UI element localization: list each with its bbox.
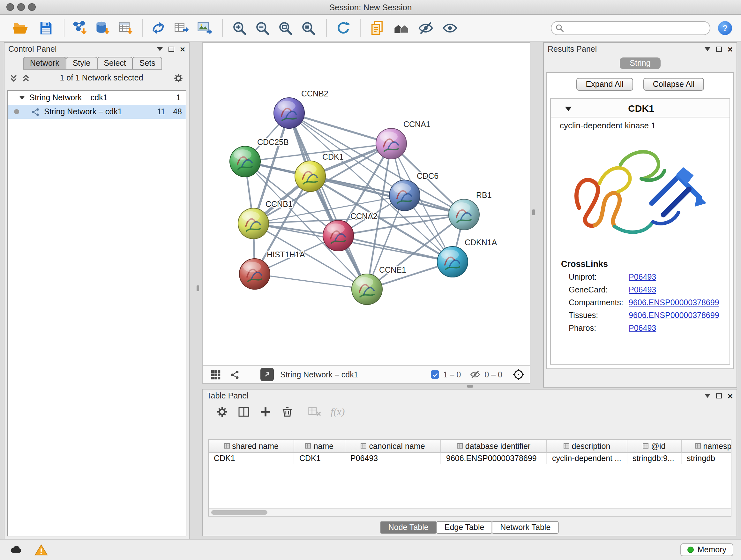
show-all-eye-icon[interactable]: [441, 19, 459, 37]
column-header-canonical-name[interactable]: canonical name: [345, 440, 441, 453]
table-settings-gear-icon[interactable]: [216, 406, 228, 418]
table-panel-menu-icon[interactable]: [704, 394, 711, 398]
cell-name[interactable]: CDK1: [294, 453, 345, 464]
gene-collapse-icon[interactable]: [565, 102, 572, 114]
string-home-icon[interactable]: [393, 19, 410, 37]
cell-database-identifier[interactable]: 9606.ENSP00000378699: [441, 453, 547, 464]
collection-collapse-icon[interactable]: [19, 96, 25, 100]
export-image-icon[interactable]: [195, 19, 213, 37]
table-row[interactable]: CDK1 CDK1 P06493 9606.ENSP00000378699 cy…: [209, 453, 731, 464]
cell-description[interactable]: cyclin-dependent ...: [547, 453, 627, 464]
network-collection-row[interactable]: String Network – cdk1 1: [8, 91, 186, 105]
network-node-ccna1[interactable]: CCNA1: [376, 120, 430, 159]
results-panel-close-icon[interactable]: ×: [728, 45, 733, 53]
cell-shared-name[interactable]: CDK1: [209, 453, 294, 464]
add-column-plus-icon[interactable]: [259, 406, 272, 418]
results-panel-menu-icon[interactable]: [704, 47, 711, 51]
warning-icon[interactable]: [35, 543, 48, 557]
column-header-id[interactable]: @id: [627, 440, 682, 453]
birdseye-target-icon[interactable]: [513, 368, 525, 381]
cell-canonical-name[interactable]: P06493: [345, 453, 441, 464]
apply-layout-icon[interactable]: [334, 19, 352, 37]
hidden-eye-slash-icon[interactable]: [470, 369, 481, 380]
network-node-hist1h1a[interactable]: HIST1H1A: [239, 250, 305, 289]
network-node-cdk1[interactable]: CDK1: [295, 152, 344, 192]
grid-view-icon[interactable]: [211, 369, 221, 380]
network-row-selected[interactable]: String Network – cdk1 11 48: [8, 105, 186, 119]
bottom-splitter-handle[interactable]: [467, 385, 473, 388]
crosslink-pharos-link[interactable]: P06493: [629, 324, 656, 333]
zoom-selected-icon[interactable]: [299, 19, 317, 37]
table-header-row: shared name name canonical name database…: [209, 440, 731, 453]
network-node-cdc6[interactable]: CDC6: [389, 172, 439, 211]
collapse-all-button[interactable]: Collapse All: [643, 78, 704, 91]
network-node-rb1[interactable]: RB1: [449, 191, 492, 230]
open-in-new-window-icon[interactable]: [260, 368, 274, 381]
results-panel-float-icon[interactable]: [716, 47, 722, 52]
table-panel: Table Panel × f(x) shared name name cano…: [202, 389, 737, 537]
tab-edge-table[interactable]: Edge Table: [436, 521, 493, 534]
crosslink-genecard-link[interactable]: P06493: [629, 286, 656, 294]
show-columns-icon[interactable]: [238, 406, 250, 418]
right-splitter-handle[interactable]: [532, 209, 535, 215]
crosslink-tissues-link[interactable]: 9606.ENSP00000378699: [629, 311, 719, 320]
export-network-icon[interactable]: [149, 19, 167, 37]
tab-network[interactable]: Network: [23, 57, 66, 70]
network-node-ccnb1[interactable]: CCNB1: [238, 199, 293, 239]
import-network-database-icon[interactable]: [94, 19, 112, 37]
cell-namespace[interactable]: stringdb: [682, 453, 731, 464]
table-panel-close-icon[interactable]: ×: [728, 392, 733, 400]
delete-column-trash-icon[interactable]: [281, 406, 293, 418]
expand-all-button[interactable]: Expand All: [576, 78, 633, 91]
horizontal-scrollbar[interactable]: [209, 508, 731, 516]
control-panel-float-icon[interactable]: [169, 47, 174, 52]
network-node-cdkn1a[interactable]: CDKN1A: [437, 238, 497, 277]
column-header-database-identifier[interactable]: database identifier: [441, 440, 547, 453]
memory-button[interactable]: Memory: [680, 543, 733, 556]
hide-selected-eye-slash-icon[interactable]: [417, 19, 434, 37]
expand-all-networks-icon[interactable]: [22, 74, 30, 82]
network-label: String Network – cdk1: [44, 107, 149, 116]
help-icon[interactable]: ?: [718, 21, 732, 35]
export-table-icon[interactable]: [172, 19, 190, 37]
tab-select[interactable]: Select: [97, 57, 133, 70]
column-header-description[interactable]: description: [547, 440, 627, 453]
crosslink-uniprot-link[interactable]: P06493: [629, 273, 656, 282]
search-input[interactable]: [551, 21, 711, 35]
scrollbar-thumb[interactable]: [211, 510, 267, 515]
column-header-name[interactable]: name: [294, 440, 345, 453]
cell-id[interactable]: stringdb:9...: [627, 453, 682, 464]
collapse-all-networks-icon[interactable]: [10, 74, 18, 82]
selection-checkbox-icon[interactable]: [431, 370, 440, 379]
network-node-ccne1[interactable]: CCNE1: [352, 265, 406, 305]
zoom-out-icon[interactable]: [253, 19, 271, 37]
tab-node-table[interactable]: Node Table: [380, 521, 437, 534]
control-panel-menu-icon[interactable]: [157, 47, 163, 51]
import-network-file-icon[interactable]: [71, 19, 89, 37]
cloud-icon[interactable]: [9, 543, 23, 557]
control-panel-close-icon[interactable]: ×: [180, 45, 185, 53]
column-header-namespace[interactable]: namespace: [682, 440, 731, 453]
save-session-icon[interactable]: [37, 19, 55, 37]
open-session-icon[interactable]: [11, 19, 29, 37]
delete-table-icon[interactable]: [308, 406, 322, 418]
zoom-fit-icon[interactable]: [276, 19, 294, 37]
network-selection-status: 1 of 1 Network selected: [30, 73, 173, 82]
tab-sets[interactable]: Sets: [132, 57, 162, 70]
network-share-view-icon[interactable]: [230, 369, 240, 380]
gene-card: CDK1 cyclin-dependent kinase 1: [550, 98, 730, 365]
string-tab-badge[interactable]: String: [619, 57, 661, 69]
tab-network-table[interactable]: Network Table: [492, 521, 559, 534]
copy-document-icon[interactable]: [368, 19, 386, 37]
table-panel-float-icon[interactable]: [716, 393, 722, 398]
collection-count: 1: [164, 93, 181, 102]
tab-style[interactable]: Style: [66, 57, 98, 70]
function-builder-icon[interactable]: f(x): [331, 406, 345, 418]
network-options-gear-icon[interactable]: [173, 72, 184, 83]
zoom-in-icon[interactable]: [230, 19, 248, 37]
column-header-shared-name[interactable]: shared name: [209, 440, 294, 453]
crosslink-compartments-link[interactable]: 9606.ENSP00000378699: [629, 298, 719, 307]
import-table-file-icon[interactable]: [117, 19, 135, 37]
left-splitter-handle[interactable]: [197, 286, 199, 291]
network-canvas[interactable]: CCNB2CCNA1CDC25BCDK1CDC6RB1CCNB1CCNA2CDK…: [203, 43, 530, 366]
